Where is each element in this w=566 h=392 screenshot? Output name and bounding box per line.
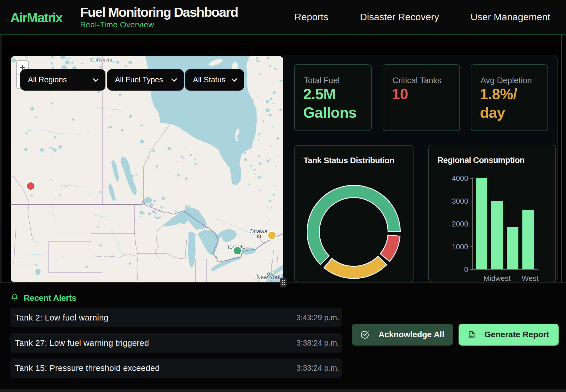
svg-text:1000: 1000: [452, 242, 468, 251]
svg-text:2000: 2000: [452, 220, 468, 228]
svg-text:Canada: Canada: [91, 57, 113, 63]
svg-text:West: West: [522, 274, 539, 283]
svg-text:3000: 3000: [452, 197, 468, 205]
svg-text:4000: 4000: [452, 174, 468, 183]
svg-text:Ottawa: Ottawa: [249, 228, 268, 234]
svg-text:0: 0: [464, 265, 468, 274]
svg-text:Midwest: Midwest: [483, 274, 511, 283]
